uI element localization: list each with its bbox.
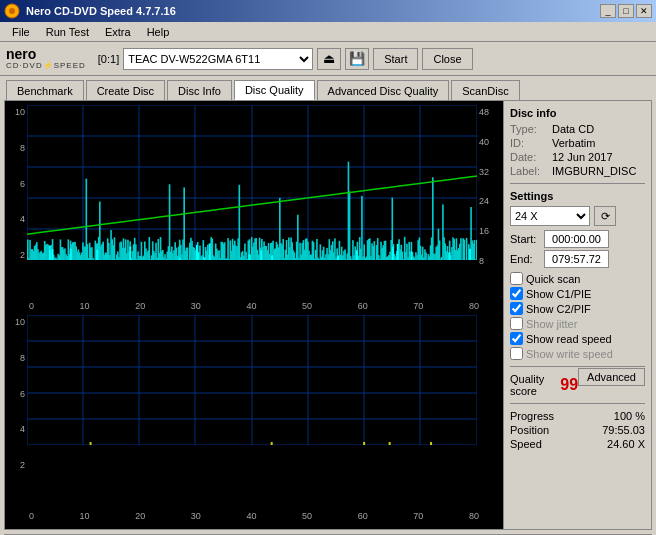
disc-label-value: IMGBURN_DISC: [552, 165, 636, 177]
start-time-input[interactable]: [544, 230, 609, 248]
type-value: Data CD: [552, 123, 594, 135]
window-title: Nero CD-DVD Speed 4.7.7.16: [26, 5, 176, 17]
start-time-label: Start:: [510, 233, 540, 245]
menu-file[interactable]: File: [4, 24, 38, 40]
y-label-10-bot: 10: [11, 317, 25, 327]
progress-label: Progress: [510, 410, 554, 422]
x-label-0: 0: [29, 301, 34, 311]
end-time-label: End:: [510, 253, 540, 265]
show-write-label: Show write speed: [526, 348, 613, 360]
drive-label: [0:1]: [98, 53, 119, 65]
show-c2-checkbox[interactable]: [510, 302, 523, 315]
show-jitter-checkbox[interactable]: [510, 317, 523, 330]
eject-button[interactable]: ⏏: [317, 48, 341, 70]
y-label-8-bot: 8: [11, 353, 25, 363]
show-read-checkbox[interactable]: [510, 332, 523, 345]
tab-benchmark[interactable]: Benchmark: [6, 80, 84, 100]
id-label: ID:: [510, 137, 548, 149]
quick-scan-checkbox[interactable]: [510, 272, 523, 285]
nero-brand: nero: [6, 47, 36, 61]
show-jitter-label: Show jitter: [526, 318, 577, 330]
position-label: Position: [510, 424, 549, 436]
nero-product: CD·DVD⚡SPEED: [6, 61, 86, 70]
upper-chart: [27, 105, 477, 260]
show-read-label: Show read speed: [526, 333, 612, 345]
speed-value: 24.60 X: [607, 438, 645, 450]
maximize-button[interactable]: □: [618, 4, 634, 18]
save-button[interactable]: 💾: [345, 48, 369, 70]
quality-score: 99: [560, 376, 578, 394]
quality-label: Quality score: [510, 373, 560, 397]
tab-bar: Benchmark Create Disc Disc Info Disc Qua…: [0, 76, 656, 100]
app-icon: [4, 3, 20, 19]
x-label-80: 80: [469, 301, 479, 311]
quick-scan-label: Quick scan: [526, 273, 580, 285]
close-button[interactable]: ✕: [636, 4, 652, 18]
y-right-24: 24: [479, 196, 497, 206]
menu-bar: File Run Test Extra Help: [0, 22, 656, 42]
main-content: 10 8 6 4 2 0 48 40 32 24 16 8 0 0: [4, 100, 652, 530]
x-label-10: 10: [80, 301, 90, 311]
close-app-button[interactable]: Close: [422, 48, 472, 70]
y-label-6-bot: 6: [11, 389, 25, 399]
x-label-70: 70: [413, 301, 423, 311]
speed-icon-button[interactable]: ⟳: [594, 206, 616, 226]
disc-label-label: Label:: [510, 165, 548, 177]
divider-2: [510, 366, 645, 367]
progress-value: 100 %: [614, 410, 645, 422]
y-right-32: 32: [479, 167, 497, 177]
menu-extra[interactable]: Extra: [97, 24, 139, 40]
tab-advanced-disc-quality[interactable]: Advanced Disc Quality: [317, 80, 450, 100]
lower-chart: [27, 315, 477, 445]
show-c2-label: Show C2/PIF: [526, 303, 591, 315]
toolbar: nero CD·DVD⚡SPEED [0:1] TEAC DV-W522GMA …: [0, 42, 656, 76]
show-c1-label: Show C1/PIE: [526, 288, 591, 300]
x-label-20: 20: [135, 301, 145, 311]
y-right-40: 40: [479, 137, 497, 147]
drive-select[interactable]: TEAC DV-W522GMA 6T11: [123, 48, 313, 70]
show-write-checkbox[interactable]: [510, 347, 523, 360]
svg-point-1: [9, 8, 15, 14]
y-label-2-bot: 2: [11, 460, 25, 470]
menu-help[interactable]: Help: [139, 24, 178, 40]
y-right-16: 16: [479, 226, 497, 236]
x-label-30: 30: [191, 301, 201, 311]
title-bar: Nero CD-DVD Speed 4.7.7.16 _ □ ✕: [0, 0, 656, 22]
divider-1: [510, 183, 645, 184]
y-label-4-top: 4: [11, 214, 25, 224]
tab-create-disc[interactable]: Create Disc: [86, 80, 165, 100]
date-value: 12 Jun 2017: [552, 151, 613, 163]
tab-scandisc[interactable]: ScanDisc: [451, 80, 519, 100]
y-right-48: 48: [479, 107, 497, 117]
y-label-4-bot: 4: [11, 424, 25, 434]
speed-select[interactable]: 24 X: [510, 206, 590, 226]
divider-3: [510, 403, 645, 404]
y-label-6-top: 6: [11, 179, 25, 189]
x-label-40: 40: [246, 301, 256, 311]
window-controls: _ □ ✕: [600, 4, 652, 18]
y-label-10-top: 10: [11, 107, 25, 117]
y-right-8: 8: [479, 256, 497, 266]
show-c1-checkbox[interactable]: [510, 287, 523, 300]
chart-area: 10 8 6 4 2 0 48 40 32 24 16 8 0 0: [5, 101, 503, 529]
start-button[interactable]: Start: [373, 48, 418, 70]
end-time-input[interactable]: [544, 250, 609, 268]
tab-disc-quality[interactable]: Disc Quality: [234, 80, 315, 100]
y-label-2-top: 2: [11, 250, 25, 260]
menu-run-test[interactable]: Run Test: [38, 24, 97, 40]
x-label-50: 50: [302, 301, 312, 311]
type-label: Type:: [510, 123, 548, 135]
position-value: 79:55.03: [602, 424, 645, 436]
settings-title: Settings: [510, 190, 645, 202]
y-label-8-top: 8: [11, 143, 25, 153]
minimize-button[interactable]: _: [600, 4, 616, 18]
right-panel: Disc info Type: Data CD ID: Verbatim Dat…: [503, 101, 651, 529]
nero-logo: nero CD·DVD⚡SPEED: [6, 47, 86, 70]
date-label: Date:: [510, 151, 548, 163]
speed-label: Speed: [510, 438, 542, 450]
x-label-60: 60: [358, 301, 368, 311]
tab-disc-info[interactable]: Disc Info: [167, 80, 232, 100]
id-value: Verbatim: [552, 137, 595, 149]
disc-info-title: Disc info: [510, 107, 645, 119]
advanced-button[interactable]: Advanced: [578, 368, 645, 386]
